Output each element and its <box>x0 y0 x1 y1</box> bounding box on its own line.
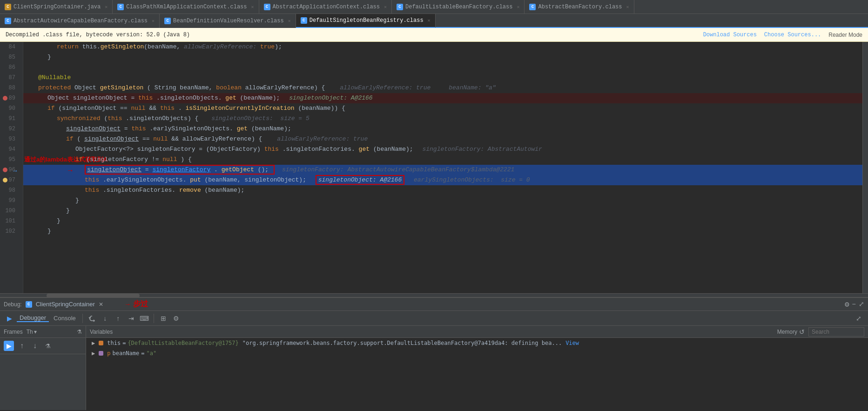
debug-panel: Debug: C ClientSpringContainer ✕ → 步过 ⚙ … <box>0 297 868 410</box>
code-line-95: if (singletonFactory != null ) { <box>23 155 862 165</box>
reader-mode-link[interactable]: Reader Mode <box>828 32 862 38</box>
code-line-94: ObjectFactory<?> singletonFactory = (Obj… <box>23 144 862 155</box>
debug-close[interactable]: ✕ <box>99 301 103 308</box>
tab-close-4[interactable]: ✕ <box>517 4 519 10</box>
tab-abstractautowire[interactable]: C AbstractAutowireCapableBeanFactory.cla… <box>0 14 160 28</box>
tab-classpathxml[interactable]: C ClassPathXmlApplicationContext.class ✕ <box>113 0 259 14</box>
code-line-102: } <box>23 226 862 236</box>
filter-button2[interactable]: ⚗ <box>43 341 53 351</box>
breakpoint-96[interactable] <box>3 168 7 172</box>
tab-label-6: AbstractAutowireCapableBeanFactory.class <box>13 18 148 24</box>
frames-label: Frames <box>4 329 23 335</box>
debug-restore-icon[interactable]: ⤢ <box>859 300 864 308</box>
code-line-98: this .singletonFactories. remove (beanNa… <box>23 185 862 195</box>
debug-settings-icon[interactable]: ⚙ <box>845 300 849 309</box>
gutter-88: 88 <box>0 83 19 93</box>
step-into-button[interactable]: ↓ <box>100 313 111 323</box>
code-box-96: singletonObject = singletonFactory . get… <box>85 165 275 175</box>
debug-label: Debug: <box>4 301 22 308</box>
tab-client-spring[interactable]: C ClientSpringContainer.java ✕ <box>0 0 113 14</box>
run-to-cursor-button[interactable]: ⇥ <box>126 313 137 323</box>
memory-refresh-button[interactable]: ↺ <box>799 328 805 336</box>
vertical-scrollbar[interactable] <box>862 42 868 293</box>
settings-view-button[interactable]: ⚙ <box>171 313 182 323</box>
code-line-84: return this.getSingleton(beanName, allow… <box>23 42 862 52</box>
code-line-91: synchronized (this .singletonObjects) { … <box>23 114 862 124</box>
tab-beandefval[interactable]: C BeanDefinitionValueResolver.class ✕ <box>160 14 296 28</box>
bookmark-97[interactable] <box>3 178 7 182</box>
threads-label-container: Th ▾ <box>27 329 37 335</box>
code-line-88: protected Object getSingleton ( String b… <box>23 83 862 93</box>
evaluate-button[interactable]: ⌨ <box>139 313 150 323</box>
info-bar-actions: Download Sources Choose Sources... Reade… <box>703 32 862 38</box>
debug-session-name: ClientSpringContainer <box>36 301 95 308</box>
var-icon-this <box>99 341 103 345</box>
var-icon-beanname <box>99 351 103 356</box>
tab-icon-7: C <box>164 18 171 24</box>
tab-close-1[interactable]: ✕ <box>105 4 108 10</box>
decompile-info-text: Decompiled .class file, bytecode version… <box>6 32 190 38</box>
frames-panel: Frames Th ▾ ⚗ ▶ ↑ ↓ ⚗ <box>0 326 86 410</box>
tab-abstractapp[interactable]: C AbstractApplicationContext.class ✕ <box>259 0 392 14</box>
tab-icon-2: C <box>117 4 124 10</box>
tab-close-6[interactable]: ✕ <box>152 18 155 24</box>
variables-search[interactable] <box>808 327 864 337</box>
tab-icon-5: C <box>529 4 536 10</box>
frames-view-button[interactable]: ⊞ <box>158 313 169 323</box>
tab-label-3: AbstractApplicationContext.class <box>273 4 380 10</box>
variables-label: Variables <box>90 329 113 335</box>
resume-large-button[interactable]: ▶ <box>4 341 14 351</box>
tab-close-2[interactable]: ✕ <box>251 4 254 10</box>
tab-label-5: AbstractBeanFactory.class <box>538 4 622 10</box>
toolbar-divider <box>82 314 83 323</box>
tab-close-3[interactable]: ✕ <box>384 4 387 10</box>
resume-button[interactable]: ▶ <box>4 313 15 323</box>
code-content: return this.getSingleton(beanName, allow… <box>23 42 862 293</box>
gutter-99: 99 <box>0 195 19 206</box>
tab-label-1: ClientSpringContainer.java <box>13 4 101 10</box>
code-line-93: if ( singletonObject == null && allowEar… <box>23 134 862 144</box>
step-out-button[interactable]: ↑ <box>113 313 124 323</box>
line-number-gutter: 84 85 86 87 88 89 90 91 92 93 94 95 96 →… <box>0 42 23 293</box>
tab-defaultlistable[interactable]: C DefaultListableBeanFactory.class ✕ <box>392 0 525 14</box>
step-over-button[interactable] <box>87 313 98 323</box>
gutter-93: 93 <box>0 134 19 144</box>
view-link[interactable]: View <box>565 338 579 348</box>
tab-defaultsingleton[interactable]: C DefaultSingletonBeanRegistry.class ✕ <box>296 14 436 28</box>
choose-sources-link[interactable]: Choose Sources... <box>764 32 821 38</box>
gutter-84: 84 <box>0 42 19 52</box>
down-button[interactable]: ↓ <box>30 341 40 351</box>
expand-beanname[interactable]: ▶ <box>92 348 95 358</box>
info-bar: Decompiled .class file, bytecode version… <box>0 28 868 42</box>
expand-button[interactable]: ⤢ <box>853 313 864 323</box>
gutter-86: 86 <box>0 62 19 73</box>
expand-this[interactable]: ▶ <box>92 338 95 348</box>
tab-icon-6: C <box>5 18 11 24</box>
debug-content: Frames Th ▾ ⚗ ▶ ↑ ↓ ⚗ Variables <box>0 326 868 410</box>
breakpoint-89[interactable] <box>3 96 7 101</box>
download-sources-link[interactable]: Download Sources <box>703 32 757 38</box>
horizontal-scrollbar[interactable] <box>0 293 868 297</box>
gutter-100: 100 <box>0 206 19 216</box>
up-button[interactable]: ↑ <box>17 341 27 351</box>
filter-icon[interactable]: ⚗ <box>77 329 82 335</box>
variables-header: Variables Memory ↺ <box>86 326 868 338</box>
tab-close-8[interactable]: ✕ <box>428 18 431 23</box>
tab-abstractbean[interactable]: C AbstractBeanFactory.class ✕ <box>525 0 634 14</box>
console-tab[interactable]: Console <box>51 315 79 322</box>
tab-close-5[interactable]: ✕ <box>626 4 629 10</box>
memory-area: Memory ↺ <box>777 328 805 336</box>
code-line-100: } <box>23 206 862 216</box>
code-line-86 <box>23 62 862 73</box>
gutter-89: 89 <box>0 93 19 103</box>
threads-label: Th <box>27 329 33 335</box>
debug-minimize-icon[interactable]: − <box>852 301 856 308</box>
code-line-99: } <box>23 195 862 206</box>
threads-dropdown[interactable]: ▾ <box>34 329 37 335</box>
current-line-arrow: → <box>13 166 17 176</box>
debug-toolbar: ▶ Debugger Console ↓ ↑ ⇥ ⌨ ⊞ ⚙ ⤢ <box>0 311 868 326</box>
code-line-87: @Nullable <box>23 73 862 83</box>
debugger-tab[interactable]: Debugger <box>17 314 49 322</box>
tab-close-7[interactable]: ✕ <box>288 18 291 24</box>
tab-icon-4: C <box>397 4 403 10</box>
